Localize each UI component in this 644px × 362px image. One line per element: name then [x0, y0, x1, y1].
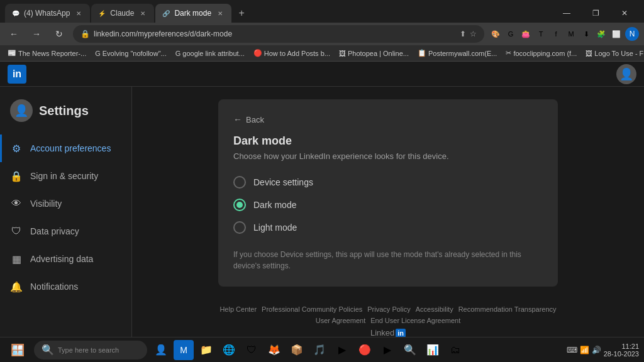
taskbar-app-xls[interactable]: 📊	[423, 340, 443, 360]
bookmark-posts[interactable]: 🔴 How to Add Posts b...	[251, 49, 333, 57]
darkmode-favicon: 🔗	[162, 9, 170, 18]
bookmarks-bar: 📰 The News Reporter-... G Evolving "nofo…	[0, 45, 644, 62]
taskbar-app-brave[interactable]: 🛡	[242, 340, 262, 360]
footer-links-2: User Agreement End User License Agreemen…	[145, 317, 631, 324]
taskbar-app-user[interactable]: 👤	[151, 340, 171, 360]
bookmark-fococlip[interactable]: ✂ fococlipping.com (f...	[503, 49, 579, 57]
dark-mode-card: ← Back Dark mode Choose how your LinkedI…	[218, 99, 558, 287]
start-button[interactable]: 🪟	[5, 337, 30, 363]
bookmark-star-icon[interactable]: ☆	[470, 30, 477, 38]
dark-radio-circle[interactable]	[233, 199, 246, 211]
back-nav-button[interactable]: ←	[5, 25, 23, 43]
tab-bar: 💬 (4) WhatsApp ✕ ⚡ Claude ✕ 🔗 Dark mode …	[0, 0, 644, 23]
ext-g[interactable]: G	[504, 28, 517, 40]
ext-color[interactable]: 🎨	[489, 28, 502, 40]
volume-icon: 🔊	[592, 346, 601, 354]
sidebar-item-notifications[interactable]: 🔔 Notifications	[0, 273, 131, 300]
forward-nav-button[interactable]: →	[28, 25, 45, 43]
taskbar-app-yt2[interactable]: ▶	[377, 340, 397, 360]
device-settings-option[interactable]: Device settings	[233, 176, 543, 189]
ext-windows[interactable]: ⬜	[610, 28, 623, 40]
light-mode-option[interactable]: Light mode	[233, 221, 543, 234]
taskbar-app-youtube[interactable]: ▶	[332, 340, 352, 360]
dark-radio-label: Dark mode	[253, 200, 296, 210]
user-avatar-header[interactable]: 👤	[616, 64, 636, 84]
security-icon: 🔒	[10, 170, 23, 182]
theme-radio-group: Device settings Dark mode Light mode	[233, 176, 543, 234]
url-box[interactable]: 🔒 linkedin.com/mypreferences/d/dark-mode…	[73, 25, 484, 43]
ext-f[interactable]: f	[550, 28, 562, 40]
sidebar-item-account[interactable]: ⚙ Account preferences	[0, 134, 131, 162]
bookmark-postermy[interactable]: 📋 Postermywall.com(E...	[415, 49, 499, 57]
taskbar-app-misc[interactable]: 🗂	[445, 340, 465, 360]
sidebar-item-visibility[interactable]: 👁 Visibility	[0, 190, 131, 217]
bookmark-logo[interactable]: 🖼 Logo To Use - Free...	[583, 50, 644, 57]
sidebar-item-security[interactable]: 🔒 Sign in & security	[0, 162, 131, 190]
footer-logo: Linked in	[145, 328, 631, 337]
claude-favicon: ⚡	[97, 9, 106, 18]
footer-user-agreement[interactable]: User Agreement	[316, 317, 365, 324]
taskbar-search[interactable]: 🔍 Type here to search	[34, 341, 147, 359]
device-radio-circle[interactable]	[233, 176, 246, 189]
dark-mode-option[interactable]: Dark mode	[233, 199, 543, 211]
keyboard-icon: ⌨	[567, 346, 577, 354]
minimize-button[interactable]: —	[552, 4, 581, 23]
taskbar-app-search2[interactable]: 🔍	[400, 340, 420, 360]
close-button[interactable]: ✕	[610, 4, 639, 23]
share-icon[interactable]: ⬆	[460, 30, 466, 38]
ext-download[interactable]: ⬇	[580, 28, 592, 40]
taskbar-app-music[interactable]: 🎵	[309, 340, 330, 360]
claude-tab-title: Claude	[110, 9, 134, 18]
taskbar-app-edge[interactable]: M	[174, 340, 194, 360]
profile-avatar-icon[interactable]: N	[625, 27, 639, 41]
bookmark-link-attr[interactable]: G google link attribut...	[173, 50, 247, 57]
footer-eula[interactable]: End User License Agreement	[370, 317, 460, 324]
whatsapp-tab-close[interactable]: ✕	[74, 8, 84, 18]
linkedin-logo[interactable]: in	[8, 65, 26, 84]
ext-m[interactable]: M	[565, 28, 577, 40]
back-label: Back	[246, 115, 264, 124]
bookmark-photopea[interactable]: 🖼 Photopea | Online...	[336, 50, 411, 57]
darkmode-tab-close[interactable]: ✕	[215, 8, 225, 18]
tab-claude[interactable]: ⚡ Claude ✕	[91, 4, 154, 23]
footer-recommendation[interactable]: Recommendation Transparency	[458, 305, 557, 313]
device-radio-label: Device settings	[253, 177, 313, 187]
maximize-button[interactable]: ❐	[581, 4, 610, 23]
card-subtitle: Choose how your LinkedIn experience look…	[233, 151, 543, 161]
sidebar-visibility-label: Visibility	[30, 199, 62, 209]
sidebar-security-label: Sign in & security	[30, 171, 98, 181]
taskbar-app-pkg[interactable]: 📦	[287, 340, 307, 360]
footer-community[interactable]: Professional Community Policies	[262, 305, 362, 313]
footer-logo-box: in	[396, 329, 406, 337]
new-tab-button[interactable]: +	[233, 4, 250, 22]
card-title: Dark mode	[233, 134, 543, 148]
sidebar-item-advertising[interactable]: ▦ Advertising data	[0, 245, 131, 273]
sidebar-user: 👤 Settings	[0, 93, 131, 134]
footer-accessibility[interactable]: Accessibility	[416, 305, 453, 313]
privacy-icon: 🛡	[10, 225, 23, 238]
bookmark-news[interactable]: 📰 The News Reporter-...	[5, 49, 89, 57]
taskbar-app-firefox[interactable]: 🦊	[264, 340, 284, 360]
ext-wallet[interactable]: 👛	[519, 28, 532, 40]
bookmark-nofollow[interactable]: G Evolving "nofollow"...	[92, 50, 169, 57]
taskbar-app-files[interactable]: 📁	[196, 340, 216, 360]
taskbar-app-chrome[interactable]: 🌐	[219, 340, 239, 360]
ext-t[interactable]: T	[535, 28, 547, 40]
claude-tab-close[interactable]: ✕	[138, 8, 148, 18]
taskbar-app-red[interactable]: 🔴	[355, 340, 375, 360]
sidebar-item-privacy[interactable]: 🛡 Data privacy	[0, 217, 131, 245]
light-radio-circle[interactable]	[233, 221, 246, 234]
footer-help[interactable]: Help Center	[219, 305, 257, 313]
tab-whatsapp[interactable]: 💬 (4) WhatsApp ✕	[5, 4, 90, 23]
sidebar-notifications-label: Notifications	[30, 282, 78, 292]
tab-darkmode[interactable]: 🔗 Dark mode ✕	[155, 4, 231, 23]
sidebar-avatar: 👤	[10, 99, 33, 122]
ext-puzzle[interactable]: 🧩	[595, 28, 608, 40]
back-arrow-icon: ←	[233, 114, 242, 124]
window-controls: — ❐ ✕	[552, 4, 639, 23]
taskbar: 🪟 🔍 Type here to search 👤 M 📁 🌐 🛡 🦊 📦 🎵 …	[0, 337, 644, 362]
taskbar-time-display: 11:21	[604, 343, 639, 350]
footer-privacy[interactable]: Privacy Policy	[367, 305, 410, 313]
back-button[interactable]: ← Back	[233, 114, 543, 124]
reload-button[interactable]: ↻	[50, 25, 68, 43]
